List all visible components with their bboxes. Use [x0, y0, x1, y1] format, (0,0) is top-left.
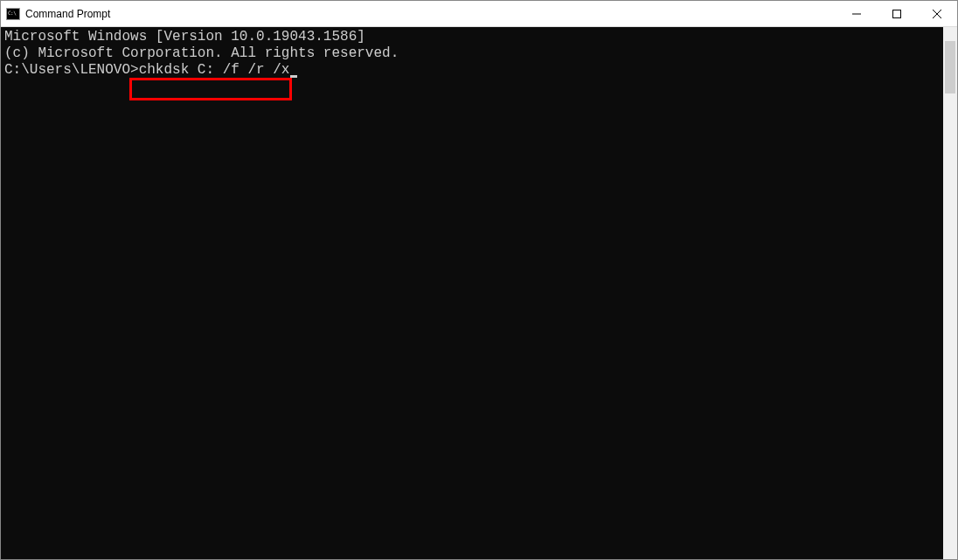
window-title: Command Prompt	[25, 8, 837, 20]
terminal-area: Microsoft Windows [Version 10.0.19043.15…	[1, 27, 957, 559]
prompt-text: C:\Users\LENOVO>	[4, 62, 139, 78]
title-bar[interactable]: Command Prompt	[1, 1, 957, 27]
command-line: C:\Users\LENOVO>chkdsk C: /f /r /x	[4, 62, 297, 79]
app-icon	[6, 7, 20, 21]
cursor-icon	[290, 75, 297, 78]
maximize-button[interactable]	[877, 1, 917, 26]
terminal-output-line: (c) Microsoft Corporation. All rights re…	[4, 45, 940, 62]
command-text: chkdsk C: /f /r /x	[139, 62, 290, 78]
window-controls	[837, 1, 957, 26]
terminal-content[interactable]: Microsoft Windows [Version 10.0.19043.15…	[1, 27, 943, 559]
highlight-box	[129, 78, 292, 100]
command-prompt-window: Command Prompt Microsoft Windows [Versio…	[0, 0, 958, 560]
terminal-output-line: Microsoft Windows [Version 10.0.19043.15…	[4, 29, 940, 45]
close-button[interactable]	[917, 1, 957, 26]
svg-rect-1	[893, 10, 901, 17]
scrollbar-thumb[interactable]	[945, 41, 955, 93]
minimize-button[interactable]	[837, 1, 877, 26]
scrollbar[interactable]	[943, 27, 957, 559]
